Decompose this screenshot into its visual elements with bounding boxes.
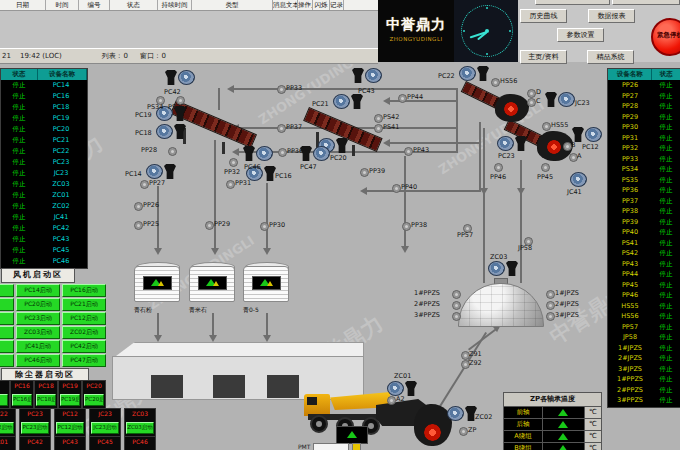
- device-status-row[interactable]: 3#JPZS 停止: [608, 364, 680, 375]
- device-status-row[interactable]: 停止 PC46: [1, 256, 87, 267]
- device-pc42[interactable]: [165, 70, 195, 85]
- device-status-row[interactable]: PS41 停止: [608, 238, 680, 249]
- pmt-value-box[interactable]: [313, 443, 349, 450]
- device-status-row[interactable]: PP31 停止: [608, 133, 680, 144]
- dust-start-button[interactable]: PC22启动: [0, 422, 14, 434]
- fan-start-button[interactable]: PC23启动: [16, 312, 60, 325]
- device-status-row[interactable]: PS42 停止: [608, 248, 680, 259]
- device-pc46[interactable]: [243, 146, 273, 161]
- fan-start-button[interactable]: PC47启动: [62, 354, 106, 367]
- device-status-row[interactable]: 停止 PC23: [1, 157, 87, 168]
- device-status-row[interactable]: PS35 停止: [608, 175, 680, 186]
- nav-button-data-report[interactable]: 数据报表: [588, 9, 635, 23]
- device-status-row[interactable]: 2#PPZS 停止: [608, 385, 680, 396]
- device-status-row[interactable]: PP43 停止: [608, 259, 680, 270]
- device-status-row[interactable]: PP45 停止: [608, 280, 680, 291]
- nav-button-history-curve[interactable]: 历史曲线: [520, 9, 567, 23]
- nav-button-param-settings[interactable]: 参数设置: [557, 28, 604, 42]
- storage-silo[interactable]: 青石粉: [134, 262, 180, 302]
- device-status-row[interactable]: 停止 JC23: [1, 168, 87, 179]
- dome-stockpile[interactable]: [458, 283, 544, 327]
- device-status-row[interactable]: 停止 PC42: [1, 223, 87, 234]
- fan-start-button[interactable]: PC12启动: [62, 312, 106, 325]
- device-status-row[interactable]: 停止 ZC01: [1, 190, 87, 201]
- fan-start-button[interactable]: [0, 312, 14, 325]
- device-pc18[interactable]: [156, 124, 186, 139]
- device-zc03[interactable]: [488, 261, 518, 276]
- fan-start-button[interactable]: ZC02启动: [62, 326, 106, 339]
- device-status-row[interactable]: 停止 PC21: [1, 135, 87, 146]
- device-status-row[interactable]: PP28 停止: [608, 101, 680, 112]
- device-status-row[interactable]: PS34 停止: [608, 164, 680, 175]
- device-status-row[interactable]: 3#PPZS 停止: [608, 395, 680, 406]
- device-status-row[interactable]: 停止 ZC03: [1, 179, 87, 190]
- device-status-row[interactable]: 1#PPZS 停止: [608, 374, 680, 385]
- dust-start-button[interactable]: [0, 394, 8, 406]
- fan-start-button[interactable]: PC42启动: [62, 340, 106, 353]
- device-status-row[interactable]: PP30 停止: [608, 122, 680, 133]
- fan-start-button[interactable]: PC14启动: [16, 284, 60, 297]
- device-status-row[interactable]: PP26 停止: [608, 80, 680, 91]
- device-status-row[interactable]: PP39 停止: [608, 217, 680, 228]
- device-status-row[interactable]: PP29 停止: [608, 112, 680, 123]
- device-pc43[interactable]: [352, 68, 382, 83]
- nav-button-home-data[interactable]: 主页/资料: [520, 50, 567, 64]
- device-status-row[interactable]: 停止 PC22: [1, 146, 87, 157]
- device-status-row[interactable]: JP58 停止: [608, 332, 680, 343]
- device-status-row[interactable]: PP46 停止: [608, 290, 680, 301]
- storage-silo[interactable]: 青0-5: [243, 262, 289, 302]
- dust-start-button[interactable]: PC20启动: [84, 394, 104, 406]
- device-status-row[interactable]: PP57 停止: [608, 322, 680, 333]
- device-pc47[interactable]: [300, 146, 330, 161]
- device-pc21[interactable]: [333, 94, 363, 109]
- fan-start-button[interactable]: PC21启动: [62, 298, 106, 311]
- device-status-row[interactable]: PP40 停止: [608, 227, 680, 238]
- device-status-row[interactable]: 停止 PC20: [1, 124, 87, 135]
- device-status-row[interactable]: PP36 停止: [608, 185, 680, 196]
- device-status-row[interactable]: 停止 ZC02: [1, 201, 87, 212]
- device-pc12[interactable]: [572, 127, 602, 142]
- dust-start-button[interactable]: PC16启动: [12, 394, 32, 406]
- device-status-row[interactable]: 停止 PC14: [1, 80, 87, 91]
- device-status-row[interactable]: 停止 PC43: [1, 234, 87, 245]
- crusher[interactable]: [495, 94, 529, 122]
- fan-start-button[interactable]: ZC03启动: [16, 326, 60, 339]
- fan-start-button[interactable]: [0, 354, 14, 367]
- device-pc22[interactable]: [459, 66, 489, 81]
- device-status-row[interactable]: 停止 PC16: [1, 91, 87, 102]
- device-status-row[interactable]: 停止 PC18: [1, 102, 87, 113]
- device-status-row[interactable]: PP32 停止: [608, 143, 680, 154]
- dust-start-button[interactable]: PC18启动: [36, 394, 56, 406]
- dust-start-button[interactable]: PC23启动: [21, 422, 49, 434]
- storage-silo[interactable]: 青米石: [189, 262, 235, 302]
- fan-start-button[interactable]: [0, 284, 14, 297]
- nav-button-cropped[interactable]: [612, 0, 680, 5]
- device-zc02[interactable]: [447, 406, 477, 421]
- fan-start-button[interactable]: [0, 326, 14, 339]
- fan-start-button[interactable]: [0, 298, 14, 311]
- device-jc41[interactable]: [570, 172, 587, 187]
- device-status-row[interactable]: PP38 停止: [608, 206, 680, 217]
- device-status-row[interactable]: 停止 JC41: [1, 212, 87, 223]
- device-status-row[interactable]: HS55 停止: [608, 301, 680, 312]
- device-status-row[interactable]: PP44 停止: [608, 269, 680, 280]
- device-pc23[interactable]: [497, 136, 527, 151]
- fan-start-button[interactable]: PC20启动: [16, 298, 60, 311]
- fan-start-button[interactable]: JC41启动: [16, 340, 60, 353]
- device-status-row[interactable]: 停止 PC45: [1, 245, 87, 256]
- device-status-row[interactable]: 停止 PC19: [1, 113, 87, 124]
- dust-start-button[interactable]: PC19启动: [60, 394, 80, 406]
- fan-start-button[interactable]: PC46启动: [16, 354, 60, 367]
- dust-start-button[interactable]: PC12启动: [56, 422, 84, 434]
- dust-start-button[interactable]: ZC03启动: [126, 422, 154, 434]
- device-status-row[interactable]: 2#JPZS 停止: [608, 353, 680, 364]
- device-pc14[interactable]: [146, 164, 176, 179]
- fan-start-button[interactable]: [0, 340, 14, 353]
- device-status-row[interactable]: PP33 停止: [608, 154, 680, 165]
- device-status-row[interactable]: PP27 停止: [608, 91, 680, 102]
- nav-button-premium-system[interactable]: 精品系统: [587, 50, 634, 64]
- alarm-list-empty[interactable]: [0, 11, 378, 48]
- device-zc01[interactable]: [387, 381, 417, 396]
- device-status-row[interactable]: 1#JPZS 停止: [608, 343, 680, 354]
- nav-button-cropped[interactable]: [535, 0, 610, 5]
